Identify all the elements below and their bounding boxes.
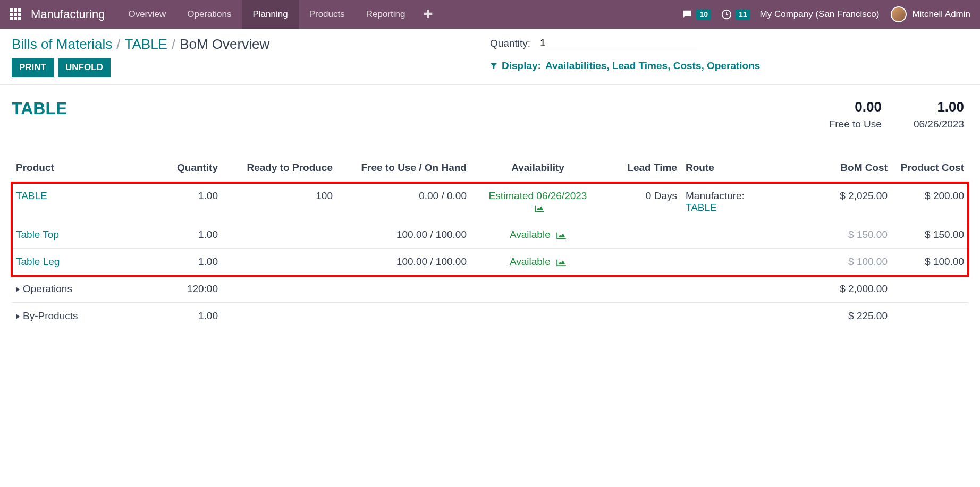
cell-qty: 1.00 [146,183,222,221]
clock-icon [721,8,732,20]
operations-label: Operations [23,283,72,294]
cell-route-label: Manufacture: [686,190,792,202]
free-to-use-label: Free to Use [829,118,882,130]
col-ready: Ready to Produce [222,157,337,183]
nav-products[interactable]: Products [299,0,356,29]
cell-free: 100.00 / 100.00 [337,221,471,249]
caret-icon [16,287,20,292]
forecast-icon[interactable] [556,232,566,239]
cell-qty: 1.00 [146,221,222,249]
display-prefix: Display: [502,60,541,72]
control-panel: Bills of Materials / TABLE / BoM Overvie… [0,29,980,85]
funnel-icon [490,62,497,70]
table-row: Table Leg 1.00 100.00 / 100.00 Available… [12,249,968,276]
top-nav: Manufacturing Overview Operations Planni… [0,0,980,29]
forecast-icon[interactable] [556,259,566,266]
table-row-operations[interactable]: Operations 120:00 $ 2,000.00 [12,276,968,303]
col-route: Route [681,157,796,183]
page-title: TABLE [12,99,797,118]
forecast-icon[interactable] [535,204,544,212]
col-bomcost: BoM Cost [796,157,892,183]
avatar[interactable] [891,6,907,22]
discuss-badge: 10 [696,9,711,20]
byproducts-label: By-Products [23,310,78,321]
user-menu[interactable]: Mitchell Admin [912,9,970,20]
free-to-use-value: 0.00 [829,99,882,115]
col-lead: Lead Time [605,157,681,183]
cell-qty: 120:00 [146,276,222,303]
col-quantity: Quantity [146,157,222,183]
col-prodcost: Product Cost [892,157,968,183]
table-row-byproducts[interactable]: By-Products 1.00 $ 225.00 [12,303,968,330]
display-options: Availabilities, Lead Times, Costs, Opera… [545,60,760,72]
quantity-input[interactable] [538,36,697,50]
bom-table: Product Quantity Ready to Produce Free t… [12,157,968,329]
cell-bomcost: $ 2,000.00 [796,276,892,303]
product-link-tableleg[interactable]: Table Leg [16,256,60,267]
col-free: Free to Use / On Hand [337,157,471,183]
cell-free: 100.00 / 100.00 [337,249,471,276]
print-button[interactable]: PRINT [12,58,54,77]
col-product: Product [12,157,146,183]
unfold-button[interactable]: UNFOLD [58,58,111,77]
table-header-row: Product Quantity Ready to Produce Free t… [12,157,968,183]
cell-qty: 1.00 [146,303,222,330]
cell-ready: 100 [222,183,337,221]
cell-prodcost: $ 150.00 [892,221,968,249]
display-filter[interactable]: Display: Availabilities, Lead Times, Cos… [490,60,968,72]
product-link-table[interactable]: TABLE [16,190,47,201]
table-row: Table Top 1.00 100.00 / 100.00 Available… [12,221,968,249]
breadcrumb: Bills of Materials / TABLE / BoM Overvie… [12,36,490,53]
activities-button[interactable]: 11 [721,8,750,20]
summary-header: TABLE 0.00 Free to Use 1.00 06/26/2023 [0,85,980,157]
cell-prodcost: $ 200.00 [892,183,968,221]
quantity-label: Quantity: [490,38,530,49]
cell-prodcost: $ 100.00 [892,249,968,276]
nav-planning[interactable]: Planning [242,0,298,29]
caret-icon [16,314,20,319]
col-availability: Availability [471,157,605,183]
route-link-table[interactable]: TABLE [686,202,792,213]
nav-add-icon[interactable]: ✚ [416,7,440,21]
discuss-button[interactable]: 10 [681,8,711,20]
activities-badge: 11 [736,9,750,20]
cell-bomcost: $ 225.00 [796,303,892,330]
nav-overview[interactable]: Overview [117,0,176,29]
cell-bomcost: $ 2,025.00 [796,183,892,221]
cell-bomcost: $ 150.00 [796,221,892,249]
product-link-tabletop[interactable]: Table Top [16,229,59,240]
chat-icon [681,8,693,20]
table-row: TABLE 1.00 100 0.00 / 0.00 Estimated 06/… [12,183,968,221]
date-value: 1.00 [914,99,964,115]
company-selector[interactable]: My Company (San Francisco) [760,9,880,20]
cell-bomcost: $ 100.00 [796,249,892,276]
breadcrumb-current: BoM Overview [180,36,269,53]
cell-availability: Available [510,256,551,267]
nav-reporting[interactable]: Reporting [356,0,416,29]
cell-availability: Available [510,229,551,240]
cell-free: 0.00 / 0.00 [337,183,471,221]
app-brand[interactable]: Manufacturing [31,7,105,21]
nav-operations[interactable]: Operations [176,0,242,29]
cell-lead: 0 Days [605,183,681,221]
breadcrumb-bom[interactable]: Bills of Materials [12,36,112,53]
cell-qty: 1.00 [146,249,222,276]
apps-icon[interactable] [10,8,21,20]
breadcrumb-table[interactable]: TABLE [125,36,167,53]
cell-availability: Estimated 06/26/2023 [475,190,601,202]
date-label: 06/26/2023 [914,118,964,130]
